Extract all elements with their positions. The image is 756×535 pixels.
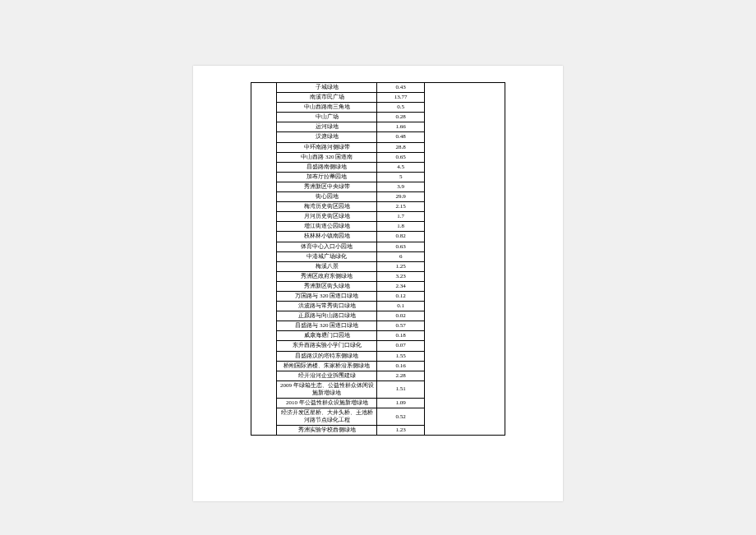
right-group-cell	[424, 83, 505, 436]
name-cell: 梅溪八景	[277, 261, 377, 271]
name-cell: 中山西路南三角地	[277, 103, 377, 113]
name-cell: 运河绿地	[277, 122, 377, 132]
value-cell: 5	[377, 172, 424, 182]
name-cell: 增江街道公园绿地	[277, 222, 377, 232]
name-cell: 2009 年绿箱生态、公益性群众体闲设施新增绿地	[277, 380, 377, 398]
value-cell: 2.34	[377, 281, 424, 291]
table-container: 子城绿地0.43南溪市民广场13.77中山西路南三角地0.5中山广场0.28运河…	[251, 82, 505, 436]
document-page: 子城绿地0.43南溪市民广场13.77中山西路南三角地0.5中山广场0.28运河…	[193, 66, 563, 501]
name-cell: 中山广场	[277, 113, 377, 122]
name-cell: 枝林林小镇南园地	[277, 232, 377, 242]
name-cell: 昌盛路南侧绿地	[277, 162, 377, 172]
name-cell: 梅湾历史街区园地	[277, 202, 377, 212]
value-cell: 1.7	[377, 212, 424, 222]
name-cell: 月河历史街区绿地	[277, 212, 377, 222]
value-cell: 1.8	[377, 222, 424, 232]
name-cell: 街心园地	[277, 192, 377, 202]
name-cell: 秀洲新区街头绿地	[277, 281, 377, 291]
value-cell: 3.23	[377, 271, 424, 281]
value-cell: 1.66	[377, 122, 424, 132]
name-cell: 体育中心入口小园地	[277, 242, 377, 251]
name-cell: 子城绿地	[277, 83, 377, 93]
data-table: 子城绿地0.43南溪市民广场13.77中山西路南三角地0.5中山广场0.28运河…	[251, 82, 505, 436]
name-cell: 桥刚国际酒楼、朱家桥沿系侧绿地	[277, 361, 377, 371]
name-cell: 万国路与 320 国道口绿地	[277, 291, 377, 301]
name-cell: 秀洲区政府东侧绿地	[277, 271, 377, 281]
name-cell: 2010 年公益性群众设施新增绿地	[277, 399, 377, 408]
value-cell: 0.63	[377, 242, 424, 251]
name-cell: 加布厅拉蒂园地	[277, 172, 377, 182]
name-cell: 东升西路实验小学门口绿化	[277, 341, 377, 351]
value-cell: 29.9	[377, 192, 424, 202]
value-cell: 0.12	[377, 291, 424, 301]
name-cell: 威康海塘门口园地	[277, 331, 377, 341]
value-cell: 0.65	[377, 152, 424, 162]
left-group-cell	[251, 83, 277, 436]
value-cell: 0.48	[377, 132, 424, 142]
value-cell: 1.55	[377, 351, 424, 361]
name-cell: 中山西路 320 国道南	[277, 152, 377, 162]
name-cell: 正原路与向山路口绿地	[277, 311, 377, 321]
name-cell: 汉溏绿地	[277, 132, 377, 142]
value-cell: 0.57	[377, 321, 424, 331]
name-cell: 中港城广场绿化	[277, 251, 377, 261]
value-cell: 1.51	[377, 380, 424, 398]
value-cell: 0.1	[377, 302, 424, 311]
value-cell: 28.8	[377, 142, 424, 152]
value-cell: 0.5	[377, 103, 424, 113]
name-cell: 洪波路与常秀街口绿地	[277, 302, 377, 311]
value-cell: 1.09	[377, 399, 424, 408]
value-cell: 0.07	[377, 341, 424, 351]
value-cell: 2.15	[377, 202, 424, 212]
value-cell: 0.02	[377, 311, 424, 321]
value-cell: 0.82	[377, 232, 424, 242]
value-cell: 0.52	[377, 408, 424, 426]
value-cell: 0.18	[377, 331, 424, 341]
value-cell: 0.16	[377, 361, 424, 371]
table-row: 子城绿地0.43	[251, 83, 505, 93]
name-cell: 秀洲实验学校西侧绿地	[277, 426, 377, 436]
value-cell: 0.28	[377, 113, 424, 122]
name-cell: 昌盛路与 320 国道口绿地	[277, 321, 377, 331]
value-cell: 0.43	[377, 83, 424, 93]
value-cell: 1.23	[377, 426, 424, 436]
name-cell: 经开沿河企业拆围建绿	[277, 371, 377, 380]
name-cell: 中环南路河侧绿带	[277, 142, 377, 152]
value-cell: 1.25	[377, 261, 424, 271]
name-cell: 经济开发区星桥、大井头桥、王池桥河路节点绿化工程	[277, 408, 377, 426]
value-cell: 13.77	[377, 93, 424, 103]
value-cell: 2.28	[377, 371, 424, 380]
name-cell: 南溪市民广场	[277, 93, 377, 103]
name-cell: 昌盛路汉的塔特东侧绿地	[277, 351, 377, 361]
name-cell: 秀洲新区中央绿带	[277, 182, 377, 191]
value-cell: 3.9	[377, 182, 424, 191]
value-cell: 4.5	[377, 162, 424, 172]
value-cell: 6	[377, 251, 424, 261]
